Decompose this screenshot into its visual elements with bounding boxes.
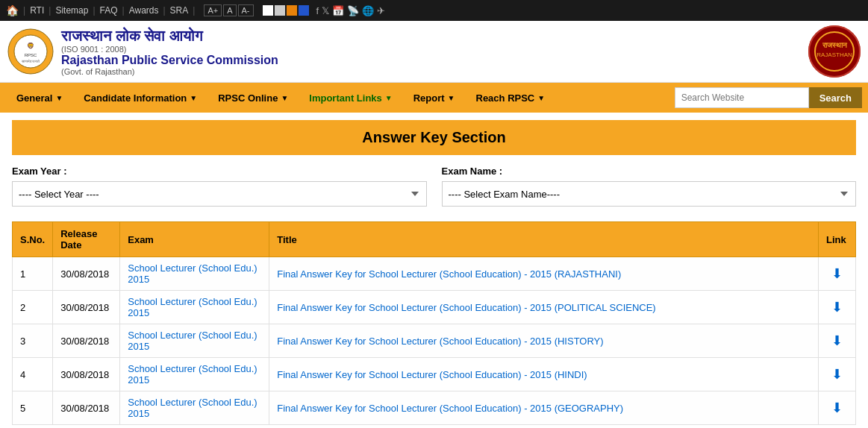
search-button[interactable]: Search	[809, 87, 862, 108]
exam-name-label: Exam Name :	[442, 166, 857, 177]
cell-link: ⬇	[819, 391, 856, 425]
site-header: 🦁 RPSC सत्यमेव जयते राजस्थान लोक सेवा आय…	[0, 21, 868, 83]
exam-name-filter: Exam Name : ---- Select Exam Name----	[442, 166, 857, 207]
globe-icon[interactable]: 🌐	[362, 5, 374, 16]
table-row: 4 30/08/2018 School Lecturer (School Edu…	[13, 358, 856, 391]
table-row: 1 30/08/2018 School Lecturer (School Edu…	[13, 257, 856, 291]
exam-name-select[interactable]: ---- Select Exam Name----	[442, 181, 857, 207]
cell-link: ⬇	[819, 358, 856, 391]
cell-title: Final Answer Key for School Lecturer (Sc…	[269, 257, 819, 291]
orange-theme-button[interactable]	[287, 5, 297, 16]
download-icon[interactable]: ⬇	[826, 333, 848, 349]
cell-sno: 4	[13, 358, 53, 391]
col-header-link: Link	[819, 222, 856, 257]
sra-link[interactable]: SRA	[170, 5, 189, 16]
rpsc-dropdown-arrow: ▼	[281, 94, 288, 102]
col-header-sno: S.No.	[13, 222, 53, 257]
cell-sno: 1	[13, 257, 53, 291]
plane-icon[interactable]: ✈	[377, 5, 385, 16]
cell-sno: 3	[13, 324, 53, 358]
reach-dropdown-arrow: ▼	[537, 94, 545, 102]
cell-sno: 2	[13, 291, 53, 324]
calendar-icon[interactable]: 📅	[332, 5, 344, 16]
logo-area: 🦁 RPSC सत्यमेव जयते राजस्थान लोक सेवा आय…	[7, 28, 278, 76]
col-header-date: ReleaseDate	[53, 222, 120, 257]
svg-text:राजस्थान: राजस्थान	[822, 41, 848, 49]
home-icon[interactable]: 🏠	[6, 4, 19, 16]
nav-important-links[interactable]: Important Links ▼	[299, 83, 402, 113]
rss-icon[interactable]: 📡	[347, 5, 359, 16]
svg-text:RAJASTHAN: RAJASTHAN	[817, 51, 852, 58]
svg-text:🦁: 🦁	[27, 42, 34, 49]
twitter-icon[interactable]: 𝕏	[322, 5, 329, 16]
cell-title: Final Answer Key for School Lecturer (Sc…	[269, 391, 819, 425]
white-theme-button[interactable]	[263, 5, 273, 16]
org-english-title: Rajasthan Public Service Commission	[61, 54, 278, 67]
svg-text:RPSC: RPSC	[25, 53, 37, 57]
svg-text:सत्यमेव जयते: सत्यमेव जयते	[21, 59, 40, 63]
nav-search-area: Search	[675, 87, 862, 108]
font-increase-button[interactable]: A+	[204, 4, 222, 16]
answer-key-table: S.No. ReleaseDate Exam Title Link 1 30/0…	[12, 221, 856, 425]
cell-date: 30/08/2018	[53, 324, 120, 358]
important-dropdown-arrow: ▼	[385, 94, 393, 102]
nav-general[interactable]: General ▼	[6, 83, 73, 113]
faq-link[interactable]: FAQ	[100, 5, 118, 16]
social-links: f 𝕏 📅 📡 🌐 ✈	[316, 5, 386, 16]
exam-year-select[interactable]: ---- Select Year ----	[12, 181, 427, 207]
table-row: 3 30/08/2018 School Lecturer (School Edu…	[13, 324, 856, 358]
cell-date: 30/08/2018	[53, 257, 120, 291]
sitemap-link[interactable]: Sitemap	[55, 5, 88, 16]
cell-title: Final Answer Key for School Lecturer (Sc…	[269, 291, 819, 324]
nav-report[interactable]: Report ▼	[403, 83, 466, 113]
font-normal-button[interactable]: A	[223, 4, 236, 16]
cell-link: ⬇	[819, 257, 856, 291]
table-row: 2 30/08/2018 School Lecturer (School Edu…	[13, 291, 856, 324]
right-emblem: राजस्थान RAJASTHAN	[808, 25, 861, 78]
cell-exam: School Lecturer (School Edu.) 2015	[120, 358, 269, 391]
cell-exam: School Lecturer (School Edu.) 2015	[120, 257, 269, 291]
table-header-row: S.No. ReleaseDate Exam Title Link	[13, 222, 856, 257]
color-scheme-controls	[263, 5, 309, 16]
cell-title: Final Answer Key for School Lecturer (Sc…	[269, 358, 819, 391]
general-dropdown-arrow: ▼	[55, 94, 63, 102]
search-input[interactable]	[675, 87, 809, 108]
emblem-image: 🦁 RPSC सत्यमेव जयते	[7, 28, 54, 75]
nav-reach-rpsc[interactable]: Reach RPSC ▼	[466, 83, 556, 113]
facebook-icon[interactable]: f	[316, 5, 319, 16]
cell-exam: School Lecturer (School Edu.) 2015	[120, 391, 269, 425]
nav-rpsc-online[interactable]: RPSC Online ▼	[207, 83, 299, 113]
org-text: राजस्थान लोक सेवा आयोग (ISO 9001 : 2008)…	[61, 28, 278, 76]
awards-link[interactable]: Awards	[129, 5, 159, 16]
rti-link[interactable]: RTI	[30, 5, 44, 16]
col-header-exam: Exam	[120, 222, 269, 257]
download-icon[interactable]: ⬇	[826, 366, 848, 383]
report-dropdown-arrow: ▼	[448, 94, 455, 102]
col-header-title: Title	[269, 222, 819, 257]
gray-theme-button[interactable]	[275, 5, 285, 16]
download-icon[interactable]: ⬇	[826, 299, 848, 315]
exam-year-label: Exam Year :	[12, 166, 427, 177]
download-icon[interactable]: ⬇	[826, 400, 848, 416]
cell-date: 30/08/2018	[53, 291, 120, 324]
blue-theme-button[interactable]	[299, 5, 309, 16]
font-size-controls: A+ A A-	[204, 4, 253, 16]
cell-date: 30/08/2018	[53, 358, 120, 391]
download-icon[interactable]: ⬇	[826, 265, 848, 282]
cell-link: ⬇	[819, 324, 856, 358]
table-row: 5 30/08/2018 School Lecturer (School Edu…	[13, 391, 856, 425]
govt-text: (Govt. of Rajasthan)	[61, 67, 278, 76]
nav-candidate-information[interactable]: Candidate Information ▼	[73, 83, 207, 113]
cell-date: 30/08/2018	[53, 391, 120, 425]
cell-sno: 5	[13, 391, 53, 425]
cell-title: Final Answer Key for School Lecturer (Sc…	[269, 324, 819, 358]
top-bar: 🏠 | RTI | Sitemap | FAQ | Awards | SRA |…	[0, 0, 868, 21]
filter-row: Exam Year : ---- Select Year ---- Exam N…	[12, 166, 856, 207]
iso-text: (ISO 9001 : 2008)	[61, 45, 278, 54]
cell-exam: School Lecturer (School Edu.) 2015	[120, 291, 269, 324]
cell-link: ⬇	[819, 291, 856, 324]
section-title: Answer Key Section	[12, 120, 856, 155]
exam-year-filter: Exam Year : ---- Select Year ----	[12, 166, 427, 207]
main-navigation: General ▼ Candidate Information ▼ RPSC O…	[0, 83, 868, 113]
font-decrease-button[interactable]: A-	[238, 4, 254, 16]
